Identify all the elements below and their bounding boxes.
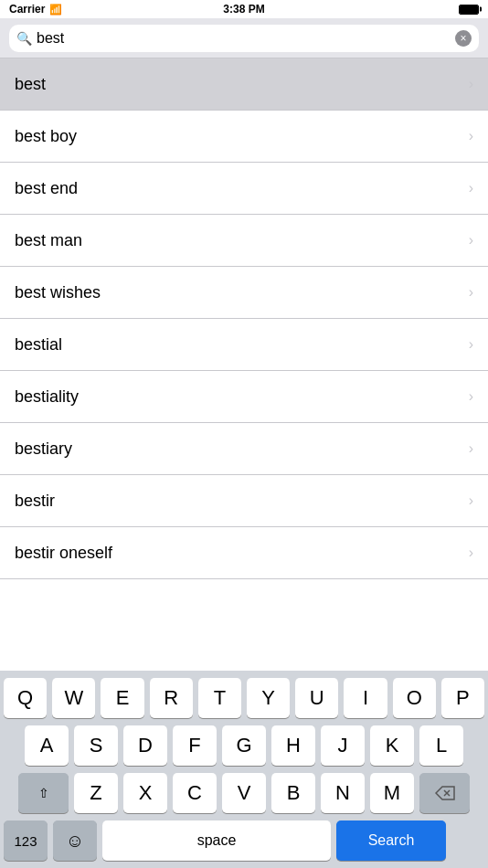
chevron-right-icon: ›	[469, 336, 473, 353]
battery-icon	[459, 5, 479, 15]
key-i[interactable]: I	[344, 678, 387, 718]
suggestion-item[interactable]: best end ›	[0, 163, 488, 215]
key-k[interactable]: K	[370, 725, 414, 766]
suggestion-item[interactable]: best wishes ›	[0, 267, 488, 319]
keyboard-row-3: ⇧ ZXCVBNM	[4, 773, 484, 813]
chevron-right-icon: ›	[469, 284, 473, 301]
suggestion-item[interactable]: bestir oneself ›	[0, 527, 488, 579]
key-f[interactable]: F	[173, 725, 217, 766]
status-bar: Carrier 📶 3:38 PM	[0, 0, 488, 18]
suggestion-item[interactable]: best boy ›	[0, 111, 488, 163]
chevron-right-icon: ›	[469, 128, 473, 144]
suggestion-text: bestial	[15, 335, 62, 355]
key-e[interactable]: E	[101, 678, 143, 718]
key-a[interactable]: A	[25, 725, 69, 766]
chevron-right-icon: ›	[469, 545, 473, 561]
search-input[interactable]	[37, 30, 451, 47]
key-d[interactable]: D	[123, 725, 167, 766]
suggestion-text: best end	[15, 179, 78, 198]
suggestion-item[interactable]: best ›	[0, 58, 488, 111]
clear-button[interactable]: ×	[455, 30, 472, 47]
backspace-key[interactable]	[419, 773, 470, 813]
key-v[interactable]: V	[222, 773, 266, 813]
key-r[interactable]: R	[150, 678, 193, 718]
keyboard-rows: QWERTYUIOP ASDFGHJKL ⇧ ZXCVBNM	[0, 671, 488, 817]
emoji-key[interactable]: ☺	[53, 820, 97, 861]
key-c[interactable]: C	[173, 773, 217, 813]
key-m[interactable]: M	[370, 773, 414, 813]
key-n[interactable]: N	[321, 773, 365, 813]
shift-key[interactable]: ⇧	[18, 773, 69, 813]
keyboard-row-1: QWERTYUIOP	[4, 678, 484, 718]
key-x[interactable]: X	[123, 773, 167, 813]
suggestion-item[interactable]: best man ›	[0, 215, 488, 267]
suggestion-text: best man	[15, 231, 82, 250]
key-j[interactable]: J	[321, 725, 365, 766]
status-time: 3:38 PM	[223, 3, 264, 16]
keyboard-row-2: ASDFGHJKL	[4, 725, 484, 766]
key-h[interactable]: H	[271, 725, 315, 766]
key-g[interactable]: G	[222, 725, 266, 766]
key-y[interactable]: Y	[247, 678, 290, 718]
key-s[interactable]: S	[74, 725, 118, 766]
status-right	[459, 5, 479, 15]
key-p[interactable]: P	[441, 678, 484, 718]
suggestion-text: best wishes	[15, 283, 101, 302]
suggestion-text: bestiality	[15, 387, 79, 407]
key-l[interactable]: L	[419, 725, 463, 766]
suggestions-list: best › best boy › best end › best man › …	[0, 58, 488, 579]
key-o[interactable]: O	[393, 678, 436, 718]
search-bar: 🔍 ×	[0, 18, 488, 58]
suggestion-text: best boy	[15, 127, 77, 146]
suggestion-item[interactable]: bestir ›	[0, 475, 488, 527]
suggestion-text: bestir oneself	[15, 544, 112, 563]
suggestion-text: bestir	[15, 492, 55, 511]
key-u[interactable]: U	[295, 678, 338, 718]
carrier-label: Carrier	[9, 3, 45, 16]
chevron-right-icon: ›	[469, 76, 473, 92]
suggestion-item[interactable]: bestiality ›	[0, 371, 488, 423]
search-input-wrapper: 🔍 ×	[9, 25, 479, 52]
key-b[interactable]: B	[271, 773, 315, 813]
suggestion-text: best	[15, 75, 46, 94]
key-z[interactable]: Z	[74, 773, 118, 813]
numbers-key[interactable]: 123	[4, 820, 48, 861]
search-glass-icon: 🔍	[16, 31, 32, 46]
chevron-right-icon: ›	[469, 388, 473, 405]
backspace-icon	[435, 786, 455, 800]
wifi-icon: 📶	[49, 4, 62, 16]
space-key[interactable]: space	[102, 820, 331, 861]
chevron-right-icon: ›	[469, 492, 473, 509]
suggestion-item[interactable]: bestiary ›	[0, 423, 488, 475]
search-key[interactable]: Search	[336, 820, 446, 861]
status-left: Carrier 📶	[9, 3, 62, 16]
key-q[interactable]: Q	[4, 678, 47, 718]
keyboard-bottom-row: 123 ☺ space Search	[0, 817, 488, 868]
key-t[interactable]: T	[198, 678, 241, 718]
chevron-right-icon: ›	[469, 440, 473, 457]
suggestion-item[interactable]: bestial ›	[0, 319, 488, 371]
keyboard: QWERTYUIOP ASDFGHJKL ⇧ ZXCVBNM 123 ☺ spa…	[0, 671, 488, 868]
chevron-right-icon: ›	[469, 180, 473, 196]
key-w[interactable]: W	[52, 678, 95, 718]
suggestion-text: bestiary	[15, 439, 72, 459]
chevron-right-icon: ›	[469, 232, 473, 249]
